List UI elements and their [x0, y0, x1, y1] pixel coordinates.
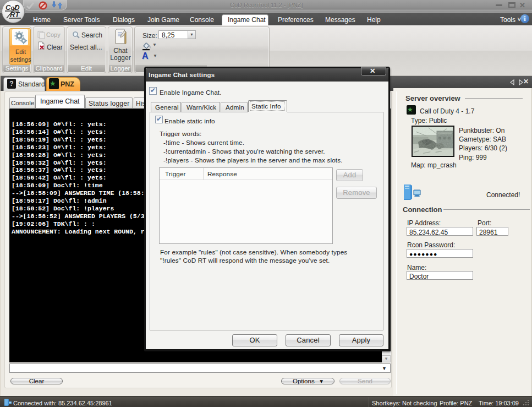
svg-text:RT: RT: [10, 10, 20, 19]
